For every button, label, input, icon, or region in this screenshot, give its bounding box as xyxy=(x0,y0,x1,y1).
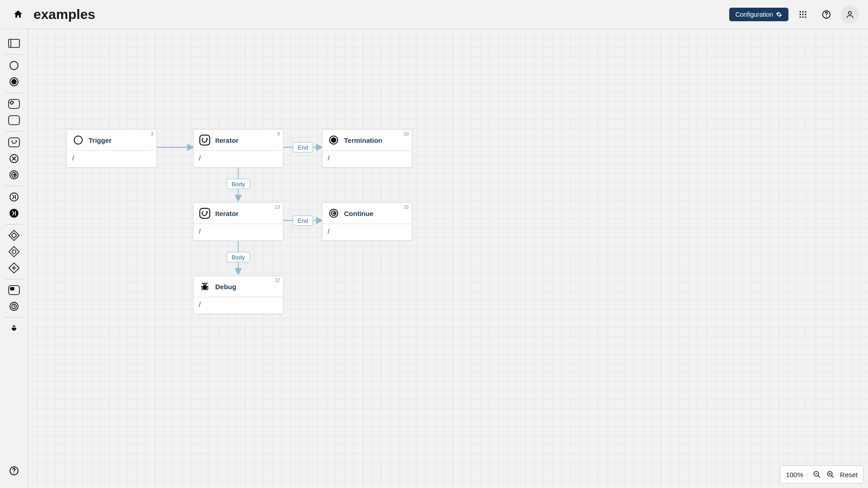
help-icon[interactable] xyxy=(817,5,835,23)
svg-rect-30 xyxy=(9,247,19,257)
header-right: Configuration xyxy=(729,5,859,23)
node-title: Iterator xyxy=(215,210,239,217)
tool-gateway-exclusive[interactable] xyxy=(5,227,23,244)
tool-gateway-inclusive[interactable] xyxy=(5,244,23,260)
svg-rect-29 xyxy=(11,233,16,238)
node-debug[interactable]: Debug 12 / xyxy=(193,276,283,314)
svg-point-16 xyxy=(12,80,16,84)
tool-debug[interactable] xyxy=(5,320,23,337)
configuration-button[interactable]: Configuration xyxy=(729,8,788,21)
svg-rect-12 xyxy=(9,39,19,47)
svg-point-4 xyxy=(802,14,803,15)
tool-gateway-parallel[interactable] xyxy=(5,260,23,276)
svg-point-14 xyxy=(10,61,18,70)
node-title: Continue xyxy=(344,210,373,217)
svg-line-60 xyxy=(818,475,820,478)
svg-point-7 xyxy=(802,16,803,18)
separator xyxy=(5,54,23,55)
svg-line-53 xyxy=(201,288,203,288)
edge-label-end[interactable]: End xyxy=(292,142,313,153)
node-body: / xyxy=(322,224,412,240)
gear-icon xyxy=(776,11,782,18)
continue-icon xyxy=(328,207,340,219)
diagram-canvas[interactable]: End Body End Body Trigger 3 / Iterator 8… xyxy=(28,29,868,488)
tool-container[interactable] xyxy=(5,35,23,52)
node-title: Termination xyxy=(344,136,382,144)
svg-rect-20 xyxy=(9,138,19,147)
svg-rect-28 xyxy=(9,230,19,241)
svg-point-8 xyxy=(805,16,806,18)
zoom-out-button[interactable] xyxy=(813,470,821,479)
edges-layer xyxy=(28,29,868,488)
toolbar-bottom xyxy=(5,463,23,488)
separator xyxy=(5,131,23,131)
tool-signal-catch[interactable] xyxy=(5,205,23,221)
svg-point-31 xyxy=(12,250,16,253)
svg-line-57 xyxy=(202,283,203,284)
node-trigger[interactable]: Trigger 3 / xyxy=(66,129,157,168)
edge-label-body[interactable]: Body xyxy=(226,179,250,189)
svg-point-5 xyxy=(805,14,806,15)
edge-label-body[interactable]: Body xyxy=(226,252,250,263)
node-id: 3 xyxy=(151,131,153,136)
separator xyxy=(5,224,23,225)
svg-point-10 xyxy=(826,16,827,17)
node-body: / xyxy=(193,297,283,314)
svg-point-3 xyxy=(800,14,801,15)
zoom-in-button[interactable] xyxy=(826,470,835,479)
svg-line-54 xyxy=(207,288,208,288)
svg-point-11 xyxy=(849,11,852,14)
apps-icon[interactable] xyxy=(794,5,812,23)
node-termination[interactable]: Termination 10 / xyxy=(322,129,412,168)
node-body: / xyxy=(67,150,156,167)
toolbar-help-icon[interactable] xyxy=(5,463,23,479)
svg-point-6 xyxy=(800,16,801,18)
separator xyxy=(5,93,23,93)
svg-line-58 xyxy=(207,283,208,284)
svg-point-1 xyxy=(802,11,803,12)
header-left: examples xyxy=(9,5,95,23)
edge-label-end[interactable]: End xyxy=(292,216,313,226)
node-iterator[interactable]: Iterator 8 / xyxy=(193,129,283,168)
node-title: Trigger xyxy=(89,136,112,144)
tool-service-call[interactable] xyxy=(5,96,23,112)
tool-termination[interactable] xyxy=(5,74,23,90)
tool-palette xyxy=(0,29,28,488)
svg-line-56 xyxy=(207,289,208,290)
tool-continue[interactable] xyxy=(5,167,23,183)
node-id: 16 xyxy=(404,205,409,210)
svg-rect-44 xyxy=(200,135,210,145)
tool-signal-throw[interactable] xyxy=(5,189,23,205)
separator xyxy=(5,279,23,279)
user-icon[interactable] xyxy=(841,5,859,23)
node-continue[interactable]: Continue 16 / xyxy=(322,202,412,241)
bug-icon xyxy=(199,281,211,292)
zoom-reset-button[interactable]: Reset xyxy=(840,471,858,479)
svg-line-63 xyxy=(831,475,834,478)
svg-rect-19 xyxy=(9,116,19,125)
project-title: examples xyxy=(33,7,95,22)
node-id: 10 xyxy=(404,131,409,136)
separator xyxy=(5,186,23,186)
tool-trigger[interactable] xyxy=(5,57,23,74)
tool-iterator[interactable] xyxy=(5,134,23,150)
svg-rect-17 xyxy=(9,99,19,108)
zoom-panel: 100% Reset xyxy=(780,465,863,483)
tool-timer[interactable] xyxy=(5,282,23,298)
node-body: / xyxy=(193,224,283,240)
home-icon[interactable] xyxy=(9,5,27,23)
tool-clock[interactable] xyxy=(5,298,23,314)
node-iterator[interactable]: Iterator 13 / xyxy=(193,202,283,241)
svg-point-50 xyxy=(203,285,207,290)
svg-point-0 xyxy=(800,11,801,12)
loop-icon xyxy=(199,207,211,219)
svg-point-18 xyxy=(10,101,13,104)
separator xyxy=(5,317,23,318)
configuration-label: Configuration xyxy=(736,11,773,18)
tool-human-task[interactable] xyxy=(5,112,23,128)
svg-rect-47 xyxy=(200,208,210,218)
loop-icon xyxy=(199,134,211,146)
tool-break[interactable] xyxy=(5,150,23,167)
svg-point-42 xyxy=(14,473,14,474)
circle-icon xyxy=(72,134,84,146)
